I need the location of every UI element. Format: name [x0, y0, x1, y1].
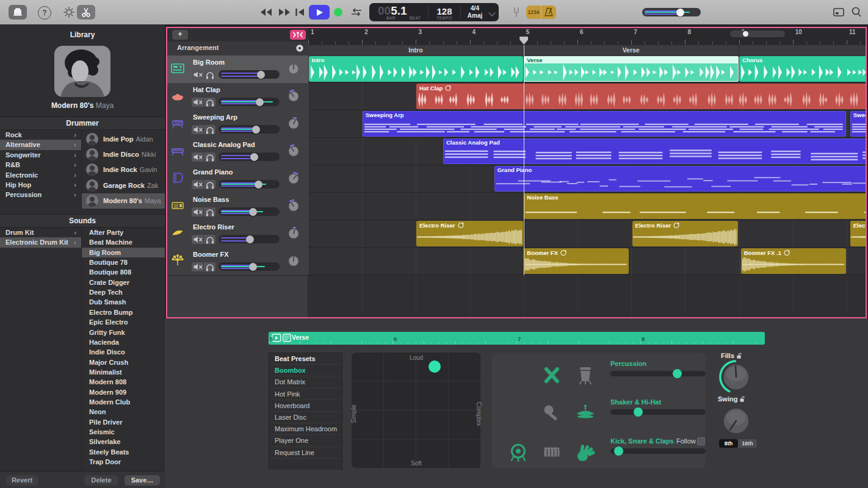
drummer-category-electronic[interactable]: Electronic› [0, 170, 81, 180]
track-header-hat-clap[interactable]: Hat Clap [167, 83, 308, 111]
volume-knob[interactable] [249, 208, 257, 216]
track-volume-slider[interactable] [219, 125, 280, 134]
region-electro-riser[interactable]: Electro Riser [416, 221, 523, 246]
volume-knob[interactable] [255, 181, 262, 188]
track-volume-slider[interactable] [219, 235, 280, 243]
editors-button[interactable] [77, 5, 95, 20]
chevron-down-icon[interactable] [488, 9, 495, 16]
mixer-slider-knob[interactable] [614, 447, 623, 456]
sound-item-modern-808[interactable]: Modern 808 [82, 377, 165, 387]
track-volume-slider[interactable] [219, 152, 280, 161]
region-sweeping-arp[interactable]: Sweeping Arp [850, 111, 866, 137]
pan-knob[interactable] [287, 61, 300, 76]
drummer-category-alternative[interactable]: Alternative› [0, 140, 81, 149]
solo-button[interactable] [204, 152, 215, 162]
mute-button[interactable] [192, 70, 203, 79]
mute-button[interactable] [192, 207, 203, 217]
sound-item-trap-door[interactable]: Trap Door [82, 457, 165, 467]
save-button[interactable]: Save… [125, 475, 160, 486]
drumsticks-icon[interactable] [541, 364, 563, 386]
rate-option-8th[interactable]: 8th [719, 439, 738, 448]
sound-item-electro-bump[interactable]: Electro Bump [82, 307, 165, 317]
delete-button[interactable]: Delete [84, 475, 118, 486]
region-classic-analog-pad[interactable]: Classic Analog Pad [443, 138, 866, 164]
volume-knob[interactable] [252, 126, 260, 134]
pan-knob[interactable] [287, 116, 300, 131]
sound-item-deep-tech[interactable]: Deep Tech [82, 287, 165, 297]
quick-help-button[interactable]: ? [38, 6, 51, 20]
region-chorus[interactable]: Chorus [739, 56, 866, 82]
kit-item-electronic-drum-kit[interactable]: Electronic Drum Kit› [0, 237, 81, 247]
record-button[interactable] [334, 8, 342, 16]
solo-button[interactable] [204, 70, 215, 79]
volume-knob[interactable] [246, 235, 254, 243]
mixer-slider-3[interactable] [610, 448, 706, 454]
library-toggle-button[interactable] [9, 5, 27, 20]
pan-knob[interactable] [287, 143, 300, 158]
preset-maximum-headroom[interactable]: Maximum Headroom [269, 423, 342, 435]
mixer-slider-2[interactable] [610, 409, 706, 415]
pan-knob[interactable] [287, 88, 300, 103]
track-lane-hat-clap[interactable]: Hat Clap [308, 83, 866, 110]
xy-pad[interactable]: Loud Soft Simple Complex [352, 353, 481, 468]
rewind-button[interactable] [259, 7, 273, 17]
sound-item-seismic[interactable]: Seismic [82, 427, 165, 437]
drummer-category-songwriter[interactable]: Songwriter› [0, 150, 81, 160]
region-grand-piano[interactable]: Grand Piano [494, 166, 866, 192]
go-to-beginning-button[interactable] [294, 7, 305, 17]
lock-open-icon[interactable] [736, 353, 742, 359]
region-verse[interactable]: Verse [524, 56, 738, 82]
pan-knob[interactable] [287, 226, 300, 240]
region-hat-clap[interactable]: Hat Clap [416, 84, 866, 109]
track-header-big-room[interactable]: Big Room [167, 56, 308, 84]
fills-knob[interactable] [718, 359, 754, 398]
drummer-region-header[interactable]: Verse 5678 [269, 332, 765, 345]
region-settings-icon[interactable] [283, 334, 291, 342]
conga-icon[interactable] [574, 364, 596, 386]
solo-button[interactable] [204, 207, 215, 217]
sound-item-dub-smash[interactable]: Dub Smash [82, 297, 165, 307]
volume-knob[interactable] [256, 98, 264, 106]
sound-item-epic-electro[interactable]: Epic Electro [82, 317, 165, 327]
drummer-category-hip-hop[interactable]: Hip Hop› [0, 180, 81, 190]
preset-player-one[interactable]: Player One [269, 435, 342, 447]
rate-option-16th[interactable]: 16th [738, 439, 757, 448]
zoom-slider-knob[interactable] [743, 31, 748, 37]
preset-hoverboard[interactable]: Hoverboard [269, 400, 342, 412]
volume-knob[interactable] [250, 153, 258, 161]
hi-hat-icon[interactable] [574, 403, 596, 425]
arrangement-section-intro[interactable]: Intro [308, 45, 524, 56]
track-header-sweeping-arp[interactable]: Sweeping Arp [167, 110, 308, 138]
sound-item-boutique-808[interactable]: Boutique 808 [82, 267, 165, 277]
drummer-item-modern-80-s[interactable]: Modern 80'sMaya [82, 193, 165, 209]
loop-browser-button[interactable] [850, 6, 863, 18]
sound-item-steely-beats[interactable]: Steely Beats [82, 447, 165, 457]
track-lane-big-room[interactable]: IntroVerseChorus [308, 56, 866, 83]
region-electro-riser[interactable]: Electro Riser [632, 221, 738, 246]
kick-drum-icon[interactable] [507, 442, 529, 464]
sound-item-indie-disco[interactable]: Indie Disco [82, 347, 165, 357]
play-button[interactable] [309, 5, 330, 20]
sound-item-boutique-78[interactable]: Boutique 78 [82, 257, 165, 267]
preset-hot-pink[interactable]: Hot Pink [269, 389, 342, 400]
track-header-grand-piano[interactable]: Grand Piano [167, 165, 308, 193]
region-electro-riser[interactable]: Electro Riser [850, 221, 866, 246]
preset-boombox[interactable]: Boombox [269, 365, 342, 376]
sound-item-after-party[interactable]: After Party [82, 228, 165, 237]
lock-open-icon[interactable] [739, 396, 745, 403]
add-track-button[interactable]: + [172, 30, 188, 40]
region-sweeping-arp[interactable]: Sweeping Arp [363, 111, 846, 137]
arrangement-options-icon[interactable] [295, 44, 304, 52]
zoom-slider[interactable] [730, 30, 785, 37]
mixer-slider-1[interactable] [610, 371, 706, 376]
drummer-item-indie-rock[interactable]: Indie RockGavin [82, 162, 165, 178]
drummer-category-percussion[interactable]: Percussion› [0, 190, 81, 199]
region-noise-bass[interactable]: Noise Bass [524, 193, 866, 219]
sound-item-gritty-funk[interactable]: Gritty Funk [82, 328, 165, 337]
track-header-noise-bass[interactable]: Noise Bass [167, 193, 308, 221]
solo-button[interactable] [204, 235, 215, 244]
preset-laser-disc[interactable]: Laser Disc [269, 412, 342, 423]
region-intro[interactable]: Intro [309, 56, 523, 82]
track-volume-slider[interactable] [219, 180, 280, 188]
region-boomer-fx[interactable]: Boomer FX [524, 248, 628, 274]
